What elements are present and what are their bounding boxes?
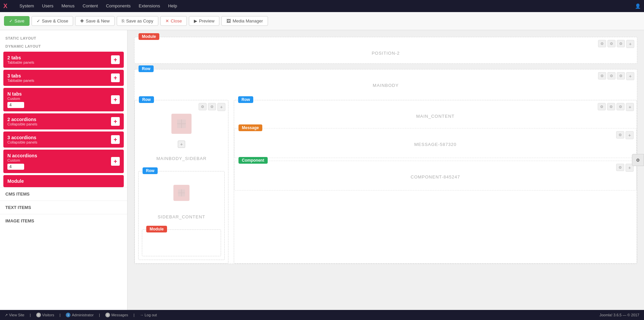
version-info: Joomla! 3.6.5 — © 2017 <box>599 313 639 317</box>
nav-users[interactable]: Users <box>38 0 57 12</box>
logout-link[interactable]: → Log out <box>140 313 157 317</box>
save-new-button[interactable]: ✚ Save & New <box>75 16 115 26</box>
component-block: Component ⚙ + COMPONENT-845247 <box>234 161 637 191</box>
comp-action-1[interactable]: ⚙ <box>616 164 624 171</box>
sidebar-thumb <box>171 114 192 134</box>
mainbody-action-1[interactable]: ⚙ <box>598 72 606 79</box>
component-block-actions: ⚙ + <box>616 164 634 172</box>
save-button[interactable]: ✓ Save <box>4 16 30 26</box>
image-items-section[interactable]: IMAGE ITEMS <box>0 214 127 227</box>
add-2tabs-button[interactable]: + <box>111 55 120 64</box>
nav-components[interactable]: Components <box>102 0 135 12</box>
add-nacc-button[interactable]: + <box>111 157 120 166</box>
save-new-icon: ✚ <box>80 18 84 23</box>
settings-gear[interactable]: ⚙ <box>632 154 644 166</box>
add-3tabs-button[interactable]: + <box>111 73 120 82</box>
main-content-action-2[interactable]: ⚙ <box>607 103 615 110</box>
message-badge: Message <box>238 124 262 131</box>
messages-badge: 0 Messages <box>105 313 128 317</box>
row-label-sidebar-content: Row <box>143 167 158 174</box>
sidebar-content-block: Row SIDEBAR_CONTENT Module <box>138 171 225 260</box>
mainbody-action-3[interactable]: ⚙ <box>617 72 625 79</box>
module-sub-block: Module <box>142 229 221 256</box>
card-title-3acc: 3 accordions <box>7 135 37 140</box>
main-layout: STATIC LAYOUT DYNAMIC LAYOUT 2 tabs Tabb… <box>0 30 644 310</box>
module-label-position2: Module <box>139 33 159 40</box>
card-subtitle-3tabs: Tabbable panels <box>7 78 34 83</box>
sidebar-block-actions: ⚙ ⚙ + <box>199 103 225 111</box>
mainbody-sidebar-label: MAINBODY_SIDEBAR <box>135 149 228 168</box>
component-label: COMPONENT-845247 <box>238 168 632 186</box>
card-subtitle-3acc: Collapsible panels <box>7 140 37 144</box>
nav-content[interactable]: Content <box>78 0 102 12</box>
nav-help[interactable]: Help <box>164 0 181 12</box>
mainbody-label: MAINBODY <box>135 76 637 95</box>
layout-card-2accordions: 2 accordions Collapsible panels + <box>3 113 124 129</box>
preview-icon: ▶ <box>194 18 197 23</box>
row-label-main-content: Row <box>238 96 253 103</box>
add-mainbody-btn[interactable]: + <box>626 72 634 80</box>
action-btn-2[interactable]: ⚙ <box>607 40 615 47</box>
cms-items-section[interactable]: CMS ITEMS <box>0 187 127 201</box>
sidebar: STATIC LAYOUT DYNAMIC LAYOUT 2 tabs Tabb… <box>0 30 127 310</box>
static-layout-title: STATIC LAYOUT <box>0 34 127 42</box>
row-label-mainbody: Row <box>139 65 154 72</box>
component-badge: Component <box>238 157 268 164</box>
sidebar-action-2[interactable]: ⚙ <box>208 103 216 110</box>
statusbar: ↗ View Site | 0 Visitors | 1 Administrat… <box>0 310 644 320</box>
nav-system[interactable]: System <box>15 0 38 12</box>
nacc-input[interactable] <box>7 164 24 170</box>
layout-card-3accordions: 3 accordions Collapsible panels + <box>3 131 124 148</box>
mainbody-action-2[interactable]: ⚙ <box>607 72 615 79</box>
gear-symbol: ⚙ <box>636 158 640 163</box>
preview-button[interactable]: ▶ Preview <box>189 16 219 26</box>
message-block: Message ⚙ + MESSAGE-587320 <box>234 128 637 158</box>
nav-menus[interactable]: Menus <box>57 0 78 12</box>
mainbody-actions: ⚙ ⚙ ⚙ + <box>598 72 634 80</box>
add-2acc-button[interactable]: + <box>111 117 120 126</box>
vertical-add-sidebar: + <box>135 141 228 148</box>
card-title-nacc: N accordions <box>7 153 37 158</box>
topbar-right: 👤 <box>635 3 641 9</box>
view-site-link[interactable]: ↗ View Site <box>5 313 24 317</box>
main-content-action-1[interactable]: ⚙ <box>598 103 606 110</box>
card-title-3tabs: 3 tabs <box>7 73 34 78</box>
layout-card-ntabs: N tabs Custom + <box>3 88 124 111</box>
layout-card-2tabs: 2 tabs Tabbable panels + <box>3 52 124 68</box>
add-ntabs-button[interactable]: + <box>111 95 120 104</box>
text-items-section[interactable]: TEXT ITEMS <box>0 201 127 214</box>
ntabs-input[interactable] <box>7 102 24 108</box>
vertical-add-btn-sidebar[interactable]: + <box>178 141 185 148</box>
add-sidebar-btn[interactable]: + <box>217 103 225 111</box>
layout-card-naccordions: N accordions Custom + <box>3 150 124 173</box>
add-msg-btn[interactable]: + <box>626 131 634 139</box>
messages-count-dot: 0 <box>105 313 110 317</box>
main-content-block: Row ⚙ ⚙ ⚙ + MAIN_CONTENT Message ⚙ + <box>234 100 637 264</box>
module-badge-sidebar: Module <box>146 226 167 232</box>
action-btn-3[interactable]: ⚙ <box>617 40 625 47</box>
save-close-button[interactable]: ✓ Save & Close <box>32 16 73 26</box>
nav-extensions[interactable]: Extensions <box>135 0 164 12</box>
add-position2-btn[interactable]: + <box>626 40 634 48</box>
add-3acc-button[interactable]: + <box>111 135 120 144</box>
card-subtitle-2acc: Collapsible panels <box>7 122 37 126</box>
card-subtitle-2tabs: Tabbable panels <box>7 60 34 64</box>
close-button[interactable]: ✕ Close <box>160 16 187 26</box>
divider3: | <box>99 313 100 317</box>
inner-blocks-row: Row ⚙ ⚙ + + MAINBODY_SIDEBAR <box>135 100 637 264</box>
add-main-content-btn[interactable]: + <box>626 103 634 111</box>
mainbody-sidebar-block: Row ⚙ ⚙ + + MAINBODY_SIDEBAR <box>135 100 228 264</box>
save-copy-button[interactable]: ⎘ Save as Copy <box>117 16 158 26</box>
save-icon: ✓ <box>9 18 13 23</box>
sidebar-content-thumb <box>173 185 190 201</box>
msg-action-1[interactable]: ⚙ <box>616 131 624 139</box>
media-manager-button[interactable]: 🖼 Media Manager <box>221 16 268 26</box>
view-site-icon: ↗ <box>5 313 8 317</box>
card-title-ntabs: N tabs <box>7 91 24 97</box>
main-content-action-3[interactable]: ⚙ <box>616 103 625 110</box>
message-label: MESSAGE-587320 <box>238 135 632 154</box>
divider1: | <box>30 313 31 317</box>
card-subtitle-ntabs: Custom <box>7 97 24 101</box>
sidebar-action-1[interactable]: ⚙ <box>199 103 207 110</box>
action-btn-1[interactable]: ⚙ <box>598 40 606 47</box>
